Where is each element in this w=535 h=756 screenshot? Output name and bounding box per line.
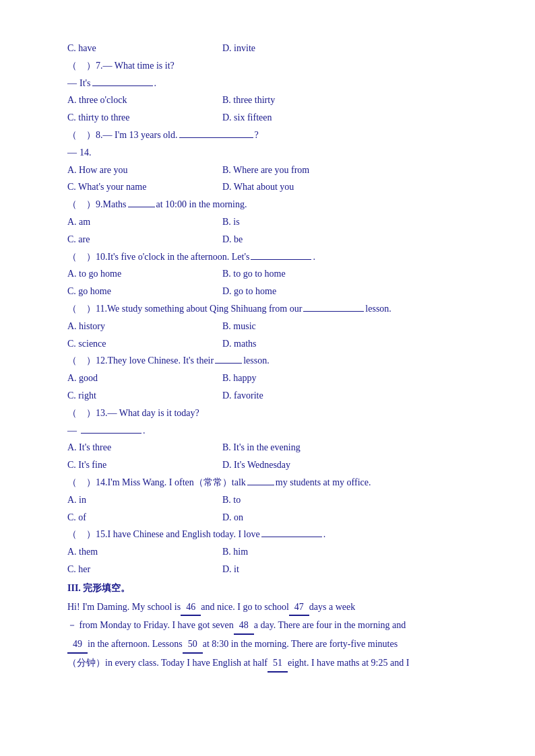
q7-opt-d: D. six fifteen [222, 110, 272, 126]
q8-blank [179, 129, 253, 138]
q9-blank [128, 198, 155, 207]
q11-opts-ab: A. history B. music [67, 318, 481, 335]
q14-opts-ab: A. in B. to [67, 492, 481, 508]
question-9: （ ） 9. Maths at 10:00 in the morning. [67, 197, 481, 213]
q8-opt-a: A. How are you [67, 162, 222, 178]
q13-opt-c: C. It's fine [67, 457, 222, 473]
q11-blank [303, 302, 364, 312]
opt-d-invite: D. invite [222, 40, 255, 57]
q13-text: — What day is it today? [108, 405, 199, 421]
q10-opt-c: C. go home [67, 283, 222, 300]
q8-opts-cd: C. What's your name D. What about you [67, 179, 481, 195]
q12-opt-b: B. happy [222, 370, 257, 386]
q7-opt-b: B. three thirty [222, 92, 275, 108]
question-12: （ ） 12. They love Chinese. It's their le… [67, 353, 481, 369]
q14-opt-d: D. on [222, 510, 243, 526]
cloze-blank-46: 46 [181, 599, 201, 617]
q10-opt-b: B. to go to home [222, 266, 286, 282]
q9-num: 9. [96, 197, 103, 213]
q13-opt-a: A. It's three [67, 440, 222, 456]
q9-text2: at 10:00 in the morning. [156, 197, 247, 213]
question-8: （ ） 8. — I'm 13 years old. ? [67, 127, 481, 143]
cloze-p2-1: － from Monday to Friday. I have got seve… [67, 617, 234, 633]
q10-text1: It's five o'clock in the afternoon. Let'… [108, 249, 250, 265]
q14-paren: （ ） [67, 475, 96, 491]
q12-opt-d: D. favorite [222, 388, 263, 404]
q14-opt-a: A. in [67, 492, 222, 508]
cloze-blank-48: 48 [234, 617, 254, 635]
q13-opt-d: D. It's Wednesday [222, 457, 290, 473]
q14-num: 14. [96, 475, 108, 491]
question-14: （ ） 14. I'm Miss Wang. I often（常常）talk m… [67, 475, 481, 491]
question-7: （ ） 7. — What time is it? [67, 58, 481, 74]
q13-opt-b: B. It's in the evening [222, 440, 301, 456]
q14-opt-b: B. to [222, 492, 241, 508]
cloze-p1-2: and nice. I go to school [201, 599, 289, 615]
cloze-p2-2: a day. There are four in the morning and [254, 617, 406, 633]
q7-text: — What time is it? [103, 58, 175, 74]
cloze-line-3: 49 in the afternoon. Lessons 50 at 8:30 … [67, 636, 481, 654]
cloze-p4-2: eight. I have maths at 9:25 and I [288, 655, 409, 671]
q8-opt-c: C. What's your name [67, 179, 222, 195]
q15-period: . [323, 526, 326, 543]
q7-num: 7. [96, 58, 103, 74]
q10-opt-a: A. to go home [67, 266, 222, 282]
q11-opt-a: A. history [67, 318, 222, 335]
q13-answer-line: — . [67, 423, 481, 439]
cloze-line-1: Hi! I'm Daming. My school is 46 and nice… [67, 599, 481, 617]
q8-opts-ab: A. How are you B. Where are you from [67, 162, 481, 178]
q12-blank [215, 354, 242, 364]
cloze-p3-1: in the afternoon. Lessons [88, 636, 183, 652]
q10-opts-cd: C. go home D. go to home [67, 283, 481, 300]
cloze-p3-2: at 8:30 in the morning. There are forty-… [203, 636, 398, 652]
cloze-blank-50: 50 [183, 636, 203, 654]
q8-text: — I'm 13 years old. [103, 127, 178, 143]
q8-dash: — [67, 145, 77, 161]
q7-blank [92, 77, 153, 86]
q9-opts-ab: A. am B. is [67, 214, 481, 230]
q13-opts-ab: A. It's three B. It's in the evening [67, 440, 481, 456]
q14-text1: I'm Miss Wang. I often（常常）talk [108, 475, 246, 491]
q15-opt-a: A. them [67, 544, 222, 560]
q10-blank [251, 250, 311, 260]
q14-blank [247, 476, 274, 485]
q7-opts-cd: C. thirty to three D. six fifteen [67, 110, 481, 126]
q9-opt-d: D. be [222, 232, 243, 248]
section-3-label: III. 完形填空。 [67, 580, 130, 596]
question-11: （ ） 11. We study something about Qing Sh… [67, 301, 481, 317]
q7-opt-c: C. thirty to three [67, 110, 222, 126]
q12-opts-cd: C. right D. favorite [67, 388, 481, 404]
question-15: （ ） 15. I have Chinese and English today… [67, 526, 481, 543]
q7-its: It's [80, 75, 91, 92]
cloze-p1-1: Hi! I'm Daming. My school is [67, 599, 181, 615]
question-13: （ ） 13. — What day is it today? [67, 405, 481, 421]
cloze-blank-49: 49 [67, 636, 88, 654]
q10-period: . [313, 249, 315, 265]
cloze-p4-1: （分钟）in every class. Today I have English… [67, 655, 268, 671]
q14-text2: my students at my office. [276, 475, 371, 491]
question-10: （ ） 10. It's five o'clock in the afterno… [67, 249, 481, 265]
page-content: C. have D. invite （ ） 7. — What time is … [67, 40, 481, 673]
q11-opt-c: C. science [67, 336, 222, 352]
q12-opts-ab: A. good B. happy [67, 370, 481, 386]
q10-paren: （ ） [67, 249, 96, 265]
q11-opt-d: D. maths [222, 336, 257, 352]
q8-opt-d: D. What about you [222, 179, 294, 195]
q14-opt-c: C. of [67, 510, 222, 526]
q11-opt-b: B. music [222, 318, 256, 335]
q13-opts-cd: C. It's fine D. It's Wednesday [67, 457, 481, 473]
cloze-blank-47: 47 [289, 599, 309, 617]
q8-num-ans: 14. [80, 145, 92, 161]
q15-text1: I have Chinese and English today. I love [108, 526, 260, 543]
q15-opts-cd: C. her D. it [67, 561, 481, 578]
q12-text1: They love Chinese. It's their [108, 353, 214, 369]
q15-opt-d: D. it [222, 561, 239, 578]
cloze-blank-51: 51 [268, 655, 288, 673]
q10-num: 10. [96, 249, 108, 265]
q9-opts-cd: C. are D. be [67, 232, 481, 248]
q13-dash: — [67, 423, 77, 439]
q15-paren: （ ） [67, 526, 96, 543]
q10-opt-d: D. go to home [222, 283, 276, 300]
q11-opts-cd: C. science D. maths [67, 336, 481, 352]
q12-text2: lesson. [243, 353, 270, 369]
